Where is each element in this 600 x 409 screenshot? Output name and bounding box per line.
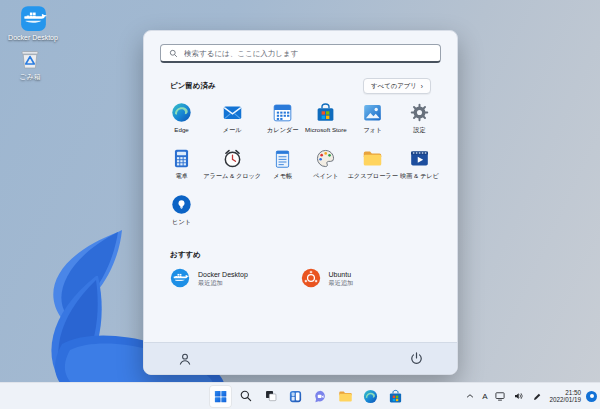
pen-icon[interactable] bbox=[531, 390, 544, 403]
edge-icon bbox=[171, 101, 193, 123]
recommended-items: Docker Desktop 最近追加 Ubuntu 最近追加 bbox=[160, 268, 441, 288]
start-menu: ピン留め済み すべてのアプリ › Edge bbox=[143, 30, 458, 375]
folder-icon bbox=[338, 389, 353, 404]
folder-icon bbox=[362, 147, 384, 169]
windows-logo-icon bbox=[213, 389, 228, 404]
desktop-icon-docker-desktop[interactable]: Docker Desktop bbox=[2, 5, 64, 42]
start-button[interactable] bbox=[209, 385, 232, 408]
all-apps-button[interactable]: すべてのアプリ › bbox=[363, 78, 431, 94]
power-icon bbox=[409, 351, 424, 366]
pinned-app-alarms-clock[interactable]: アラーム & クロック bbox=[203, 147, 261, 188]
recommended-item-name: Docker Desktop bbox=[198, 270, 248, 279]
widgets-button[interactable] bbox=[284, 385, 307, 408]
pinned-app-notepad[interactable]: メモ帳 bbox=[261, 147, 304, 188]
system-tray: A 21:50 2022/01/19 bbox=[464, 383, 597, 409]
pinned-app-paint[interactable]: ペイント bbox=[304, 147, 347, 188]
pinned-app-file-explorer[interactable]: エクスプローラー bbox=[347, 147, 397, 188]
pinned-section-title: ピン留め済み bbox=[170, 81, 216, 91]
edge-icon bbox=[363, 389, 378, 404]
docker-whale-icon bbox=[20, 5, 47, 32]
calculator-icon bbox=[171, 147, 193, 169]
movies-tv-icon bbox=[408, 147, 430, 169]
mail-icon bbox=[221, 101, 243, 123]
calendar-icon bbox=[272, 101, 294, 123]
pinned-app-tips[interactable]: ヒント bbox=[160, 193, 203, 234]
taskbar-center-buttons bbox=[209, 383, 407, 409]
recommended-item-name: Ubuntu bbox=[329, 270, 354, 279]
pinned-app-calendar[interactable]: カレンダー bbox=[261, 101, 304, 142]
taskbar-clock[interactable]: 21:50 2022/01/19 bbox=[549, 389, 581, 404]
docker-whale-icon bbox=[170, 268, 190, 288]
volume-icon[interactable] bbox=[512, 389, 526, 403]
pinned-apps-grid: Edge メール bbox=[160, 101, 441, 234]
settings-gear-icon bbox=[408, 101, 430, 123]
search-icon bbox=[239, 389, 253, 403]
store-icon bbox=[388, 389, 403, 404]
start-menu-footer bbox=[144, 342, 457, 374]
user-account-button[interactable] bbox=[174, 348, 196, 370]
pinned-app-photos[interactable]: フォト bbox=[347, 101, 397, 142]
clock-time: 21:50 bbox=[565, 389, 581, 397]
paint-palette-icon bbox=[315, 147, 337, 169]
taskbar-search-button[interactable] bbox=[234, 385, 257, 408]
chevron-right-icon: › bbox=[421, 83, 423, 90]
alarm-clock-icon bbox=[221, 147, 243, 169]
store-icon bbox=[315, 101, 337, 123]
recycle-bin-icon bbox=[18, 47, 42, 71]
task-view-button[interactable] bbox=[259, 385, 282, 408]
hidden-icons-button[interactable] bbox=[464, 390, 476, 402]
ime-mode-indicator[interactable]: A bbox=[481, 391, 488, 402]
network-icon[interactable] bbox=[493, 389, 507, 403]
taskbar-store-button[interactable] bbox=[384, 385, 407, 408]
pinned-app-settings[interactable]: 設定 bbox=[398, 101, 441, 142]
clock-date: 2022/01/19 bbox=[549, 396, 581, 404]
power-button[interactable] bbox=[405, 348, 427, 370]
desktop-icon-label: ごみ箱 bbox=[19, 73, 40, 81]
photos-icon bbox=[362, 101, 384, 123]
pinned-app-calculator[interactable]: 電卓 bbox=[160, 147, 203, 188]
taskbar-file-explorer-button[interactable] bbox=[334, 385, 357, 408]
pinned-app-microsoft-store[interactable]: Microsoft Store bbox=[304, 101, 347, 142]
taskbar-edge-button[interactable] bbox=[359, 385, 382, 408]
ubuntu-icon bbox=[301, 268, 321, 288]
recommended-item-status: 最近追加 bbox=[198, 279, 248, 287]
recommended-item-docker-desktop[interactable]: Docker Desktop 最近追加 bbox=[170, 268, 301, 288]
recommended-item-ubuntu[interactable]: Ubuntu 最近追加 bbox=[301, 268, 432, 288]
chat-button[interactable] bbox=[309, 385, 332, 408]
tips-bulb-icon bbox=[171, 193, 193, 215]
user-icon bbox=[177, 351, 193, 367]
pinned-app-mail[interactable]: メール bbox=[203, 101, 261, 142]
desktop-icon-label: Docker Desktop bbox=[8, 34, 58, 42]
chevron-up-icon bbox=[465, 391, 475, 401]
notepad-icon bbox=[272, 147, 294, 169]
pinned-app-edge[interactable]: Edge bbox=[160, 101, 203, 142]
desktop-icon-recycle-bin[interactable]: ごみ箱 bbox=[2, 47, 58, 81]
recommended-section-title: おすすめ bbox=[170, 250, 201, 259]
recommended-item-status: 最近追加 bbox=[329, 279, 354, 287]
widgets-icon bbox=[288, 389, 303, 404]
task-view-icon bbox=[264, 389, 278, 403]
search-input[interactable] bbox=[184, 49, 432, 58]
search-icon bbox=[169, 49, 178, 58]
pinned-app-movies-tv[interactable]: 映画 & テレビ bbox=[398, 147, 441, 188]
notification-badge[interactable] bbox=[586, 391, 597, 402]
taskbar: A 21:50 2022/01/19 bbox=[0, 382, 600, 409]
start-search-box[interactable] bbox=[160, 44, 441, 63]
chat-icon bbox=[313, 389, 328, 404]
